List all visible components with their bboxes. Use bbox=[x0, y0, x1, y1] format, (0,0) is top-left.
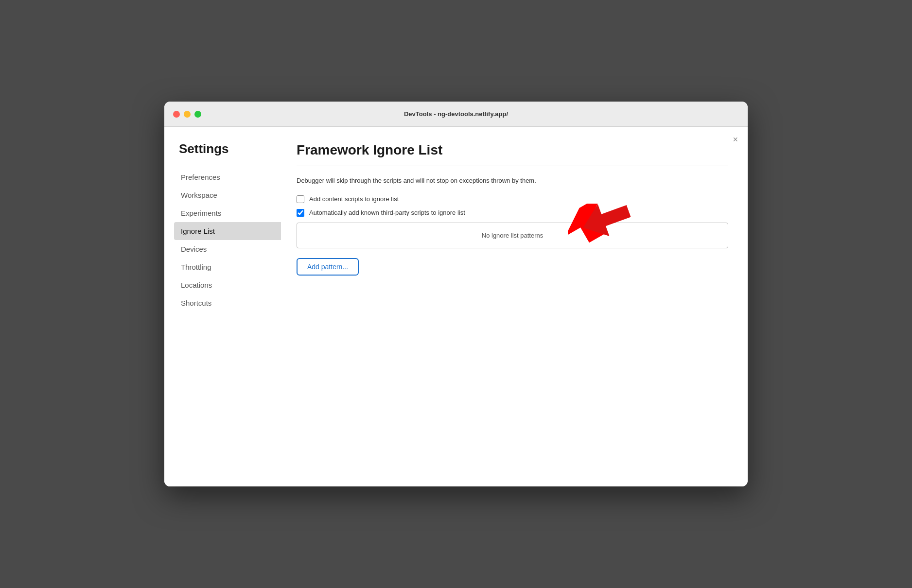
divider bbox=[297, 166, 728, 166]
minimize-window-button[interactable] bbox=[184, 111, 191, 118]
window-body: Settings Preferences Workspace Experimen… bbox=[164, 127, 748, 486]
description-text: Debugger will skip through the scripts a… bbox=[297, 176, 728, 186]
sidebar-heading: Settings bbox=[174, 141, 281, 156]
sidebar-item-locations[interactable]: Locations bbox=[174, 276, 281, 294]
no-patterns-label: No ignore list patterns bbox=[482, 232, 543, 239]
sidebar-item-devices[interactable]: Devices bbox=[174, 240, 281, 258]
checkbox-third-party[interactable] bbox=[297, 209, 304, 217]
checkbox-content-scripts-label[interactable]: Add content scripts to ignore list bbox=[309, 195, 399, 203]
devtools-window: DevTools - ng-devtools.netlify.app/ Sett… bbox=[164, 102, 748, 486]
sidebar-item-preferences[interactable]: Preferences bbox=[174, 168, 281, 186]
close-button[interactable]: × bbox=[733, 135, 738, 145]
checkbox-third-party-label[interactable]: Automatically add known third-party scri… bbox=[309, 209, 465, 216]
page-title: Framework Ignore List bbox=[297, 142, 728, 158]
no-patterns-box: No ignore list patterns bbox=[297, 223, 728, 248]
maximize-window-button[interactable] bbox=[194, 111, 201, 118]
sidebar-item-experiments[interactable]: Experiments bbox=[174, 204, 281, 222]
sidebar-item-throttling[interactable]: Throttling bbox=[174, 258, 281, 276]
sidebar-item-shortcuts[interactable]: Shortcuts bbox=[174, 294, 281, 312]
add-pattern-button[interactable]: Add pattern... bbox=[297, 258, 359, 276]
checkbox-row-third-party: Automatically add known third-party scri… bbox=[297, 209, 728, 217]
main-content: × Framework Ignore List Debugger will sk… bbox=[281, 127, 748, 486]
close-window-button[interactable] bbox=[173, 111, 180, 118]
sidebar-item-workspace[interactable]: Workspace bbox=[174, 186, 281, 204]
window-controls bbox=[173, 111, 201, 118]
checkbox-row-content-scripts: Add content scripts to ignore list bbox=[297, 195, 728, 203]
window-title: DevTools - ng-devtools.netlify.app/ bbox=[404, 110, 508, 118]
sidebar-item-ignore-list[interactable]: Ignore List bbox=[174, 222, 281, 240]
checkbox-content-scripts[interactable] bbox=[297, 195, 304, 203]
sidebar: Settings Preferences Workspace Experimen… bbox=[164, 127, 281, 486]
titlebar: DevTools - ng-devtools.netlify.app/ bbox=[164, 102, 748, 127]
